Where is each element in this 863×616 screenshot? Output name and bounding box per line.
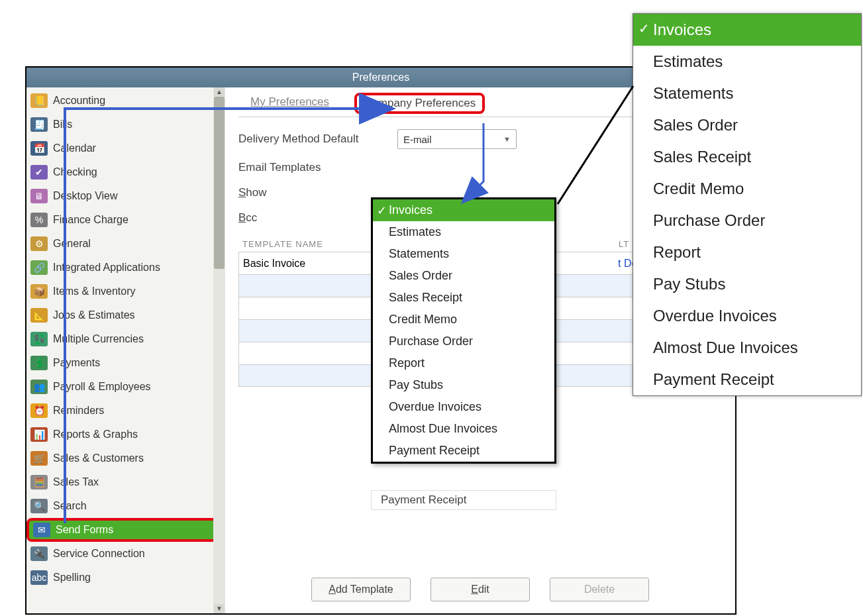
delivery-method-label: Delivery Method Default <box>238 132 397 146</box>
sidebar-item-label: Payroll & Employees <box>53 381 151 393</box>
sidebar-item-label: Integrated Applications <box>53 262 160 274</box>
dropdown-option-report[interactable]: Report <box>373 352 554 374</box>
sidebar-icon: 🧮 <box>30 475 48 489</box>
sidebar-item-label: Calendar <box>53 142 96 154</box>
dropdown-option-payment-receipt[interactable]: Payment Receipt <box>373 440 554 462</box>
sidebar-item-label: Bills <box>53 119 72 130</box>
dropdown-option-statements[interactable]: Statements <box>373 243 554 265</box>
sidebar-item-label: Sales Tax <box>53 476 99 488</box>
sidebar-item-checking[interactable]: ✔Checking <box>26 160 225 184</box>
edit-template-button[interactable]: Edit <box>431 578 530 601</box>
sidebar-item-calendar[interactable]: 📅Calendar <box>26 136 225 160</box>
dropdown-option-estimates[interactable]: Estimates <box>633 46 861 77</box>
dropdown-option-credit-memo[interactable]: Credit Memo <box>373 309 554 331</box>
sidebar-item-sales-customers[interactable]: 🛒Sales & Customers <box>26 446 225 470</box>
zoom-dropdown-panel: InvoicesEstimatesStatementsSales OrderSa… <box>633 13 862 396</box>
sidebar-item-label: Sales & Customers <box>53 452 144 464</box>
delete-template-button: Delete <box>550 578 649 601</box>
sidebar-icon: % <box>30 213 48 227</box>
sidebar-item-label: Search <box>53 500 87 512</box>
dropdown-option-invoices[interactable]: Invoices <box>373 199 554 221</box>
sidebar-item-multiple-currencies[interactable]: 💱Multiple Currencies <box>26 327 225 351</box>
sidebar-icon: 📐 <box>30 308 48 323</box>
dropdown-option-pay-stubs[interactable]: Pay Stubs <box>633 268 861 300</box>
add-template-label: Add Template <box>329 584 393 595</box>
sidebar-item-label: Spelling <box>53 572 91 584</box>
dropdown-option-payment-receipt[interactable]: Payment Receipt <box>633 364 861 395</box>
sidebar-item-reminders[interactable]: ⏰Reminders <box>26 399 225 423</box>
sidebar-item-label: Service Connection <box>53 548 145 560</box>
sidebar-item-desktop-view[interactable]: 🖥Desktop View <box>26 184 225 208</box>
sidebar-item-bills[interactable]: 🧾Bills <box>26 113 225 136</box>
sidebar-item-service-connection[interactable]: 🔌Service Connection <box>26 542 225 566</box>
sidebar-item-label: Jobs & Estimates <box>53 309 135 321</box>
sidebar-item-sales-tax[interactable]: 🧮Sales Tax <box>26 470 225 494</box>
sidebar-item-spelling[interactable]: abcSpelling <box>26 566 225 590</box>
sidebar-icon: 🖥 <box>30 189 48 203</box>
dropdown-peek-row: Payment Receipt <box>371 490 556 510</box>
window-title: Preferences <box>26 68 735 87</box>
edit-template-label: Edit <box>471 584 489 595</box>
sidebar-icon: 🔗 <box>30 260 48 275</box>
sidebar-item-label: Payments <box>53 357 100 369</box>
dropdown-option-sales-receipt[interactable]: Sales Receipt <box>633 141 861 173</box>
dropdown-option-overdue-invoices[interactable]: Overdue Invoices <box>373 396 554 418</box>
sidebar-icon: 📅 <box>30 141 48 156</box>
sidebar-item-jobs-estimates[interactable]: 📐Jobs & Estimates <box>26 303 225 327</box>
sidebar-icon: ✉ <box>33 523 50 537</box>
sidebar-item-label: Checking <box>53 166 97 178</box>
tab-company-preferences-label: Company Preferences <box>364 97 476 109</box>
scroll-down-icon[interactable]: ▼ <box>214 604 225 613</box>
scroll-up-icon[interactable]: ▲ <box>214 87 225 97</box>
dropdown-option-purchase-order[interactable]: Purchase Order <box>633 205 861 236</box>
delivery-method-dropdown[interactable]: E-mail ▼ <box>397 129 517 149</box>
sidebar-item-reports-graphs[interactable]: 📊Reports & Graphs <box>26 423 225 446</box>
dropdown-option-invoices[interactable]: Invoices <box>633 14 861 46</box>
sidebar-icon: 💲 <box>30 356 48 370</box>
sidebar-icon: 💱 <box>30 332 48 346</box>
dropdown-option-pay-stubs[interactable]: Pay Stubs <box>373 374 554 396</box>
sidebar-item-finance-charge[interactable]: %Finance Charge <box>26 208 225 232</box>
dropdown-option-sales-receipt[interactable]: Sales Receipt <box>373 287 554 309</box>
dropdown-option-purchase-order[interactable]: Purchase Order <box>373 331 554 352</box>
sidebar-item-integrated-applications[interactable]: 🔗Integrated Applications <box>26 256 225 280</box>
sidebar-icon: 📊 <box>30 427 48 442</box>
tab-company-preferences[interactable]: Company Preferences <box>354 93 485 114</box>
dropdown-option-report[interactable]: Report <box>633 236 861 268</box>
sidebar-item-accounting[interactable]: 📒Accounting <box>26 89 225 113</box>
sidebar-item-label: Reports & Graphs <box>53 429 138 440</box>
sidebar-icon: 🔍 <box>30 499 48 513</box>
sidebar-icon: ✔ <box>30 165 48 180</box>
dropdown-option-overdue-invoices[interactable]: Overdue Invoices <box>633 300 861 332</box>
sidebar-item-label: Desktop View <box>53 190 118 202</box>
delete-template-label: Delete <box>584 584 615 595</box>
sidebar-icon: 👥 <box>30 380 48 394</box>
sidebar-icon: 📒 <box>30 93 48 108</box>
sidebar-icon: ⚙ <box>30 236 48 251</box>
sidebar-item-label: Reminders <box>53 405 104 417</box>
dropdown-option-estimates[interactable]: Estimates <box>373 221 554 243</box>
show-dropdown-panel[interactable]: InvoicesEstimatesStatementsSales OrderSa… <box>371 197 556 464</box>
email-templates-label: Email Templates <box>238 161 397 174</box>
dropdown-option-statements[interactable]: Statements <box>633 77 861 109</box>
sidebar-item-payroll-employees[interactable]: 👥Payroll & Employees <box>26 375 225 399</box>
preferences-sidebar: 📒Accounting🧾Bills📅Calendar✔Checking🖥Desk… <box>26 87 225 613</box>
sidebar-icon: 📦 <box>30 284 48 299</box>
dropdown-option-sales-order[interactable]: Sales Order <box>373 265 554 287</box>
sidebar-item-label: Accounting <box>53 95 105 107</box>
tab-my-preferences[interactable]: My Preferences <box>245 93 334 114</box>
sidebar-item-payments[interactable]: 💲Payments <box>26 351 225 375</box>
sidebar-item-items-inventory[interactable]: 📦Items & Inventory <box>26 280 225 303</box>
add-template-button[interactable]: Add Template <box>311 578 411 601</box>
dropdown-option-almost-due-invoices[interactable]: Almost Due Invoices <box>373 418 554 440</box>
sidebar-item-send-forms[interactable]: ✉Send Forms <box>26 518 225 542</box>
dropdown-option-credit-memo[interactable]: Credit Memo <box>633 173 861 205</box>
sidebar-scrollbar[interactable]: ▲ ▼ <box>213 87 225 613</box>
sidebar-item-general[interactable]: ⚙General <box>26 232 225 256</box>
dropdown-option-sales-order[interactable]: Sales Order <box>633 109 861 141</box>
dropdown-option-almost-due-invoices[interactable]: Almost Due Invoices <box>633 332 861 364</box>
scroll-thumb[interactable] <box>214 97 225 269</box>
sidebar-item-search[interactable]: 🔍Search <box>26 494 225 518</box>
sidebar-icon: 🧾 <box>30 117 48 132</box>
sidebar-item-label: Multiple Currencies <box>53 333 144 345</box>
